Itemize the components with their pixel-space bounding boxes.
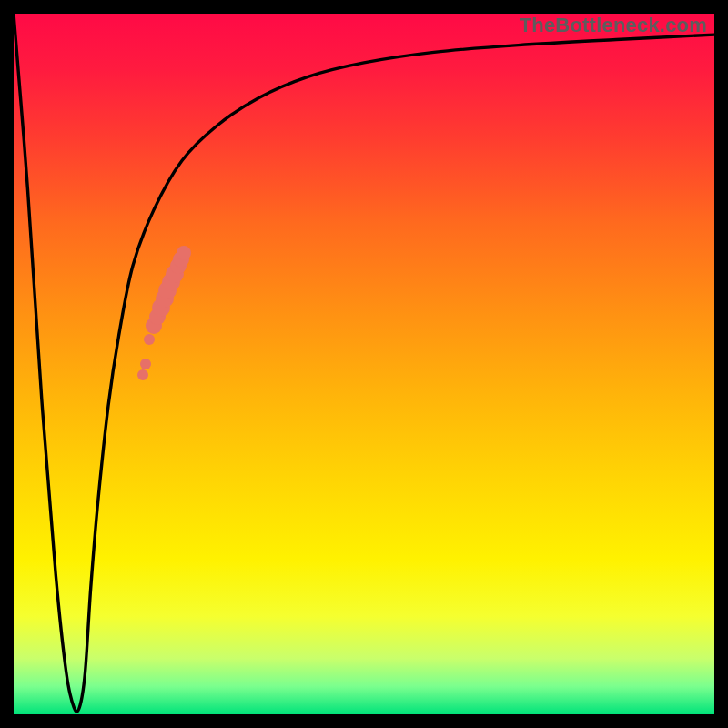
data-marker — [140, 359, 151, 369]
chart-frame: TheBottleneck.com — [0, 0, 728, 728]
data-marker — [137, 369, 148, 380]
data-marker — [177, 246, 191, 260]
plot-area: TheBottleneck.com — [14, 14, 714, 714]
bottleneck-curve — [14, 14, 714, 712]
data-marker — [144, 334, 155, 345]
curve-svg — [14, 14, 714, 714]
